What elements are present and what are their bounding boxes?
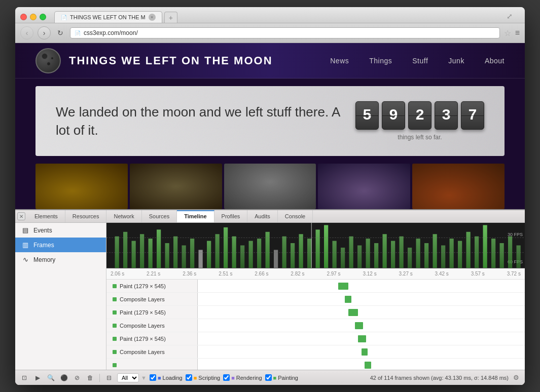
tick-11: 3.57 s xyxy=(471,271,485,277)
row-label-1: Paint (1279 × 545) xyxy=(106,280,198,292)
devtools-close-button[interactable]: ✕ xyxy=(17,212,25,220)
browser-tab[interactable]: 📄 THINGS WE LEFT ON THE M × xyxy=(54,11,162,23)
counter-digits: 5 9 2 3 7 xyxy=(355,101,484,130)
address-bar[interactable]: 📄 css3exp.com/moon/ xyxy=(70,27,500,38)
row-text-5: Paint (1279 × 545) xyxy=(120,336,166,342)
row-dot-1 xyxy=(113,284,117,288)
frames-icon: ▥ xyxy=(21,241,29,249)
forward-button[interactable]: › xyxy=(38,26,51,40)
svg-rect-33 xyxy=(383,234,387,268)
nav-link-things[interactable]: Things xyxy=(369,57,392,65)
minimize-button[interactable] xyxy=(30,14,37,20)
timeline-row-2: Composite Layers xyxy=(106,293,525,306)
thumbnail-1[interactable] xyxy=(35,164,128,209)
maximize-button[interactable] xyxy=(40,14,46,20)
svg-rect-21 xyxy=(282,237,286,268)
webpage-content: THINGS WE LEFT ON THE MOON News Things S… xyxy=(15,43,525,209)
row-text-3: Paint (1279 × 545) xyxy=(120,309,166,316)
settings-button[interactable]: ⚙ xyxy=(512,373,521,382)
delete-button[interactable]: 🗑 xyxy=(85,373,95,383)
filter-painting[interactable]: ■ Painting xyxy=(265,374,298,381)
tab-timeline[interactable]: Timeline xyxy=(177,210,214,222)
tab-bar: 📄 THINGS WE LEFT ON THE M × + xyxy=(54,11,495,23)
sidebar-events[interactable]: ▤ Events xyxy=(15,223,106,238)
nav-link-about[interactable]: About xyxy=(485,57,505,65)
row-label-4: Composite Layers xyxy=(106,319,198,332)
rendering-checkbox[interactable] xyxy=(223,374,230,381)
thumbnail-5[interactable] xyxy=(412,164,505,209)
painting-checkbox[interactable] xyxy=(265,374,272,381)
filter-loading[interactable]: ■ Loading xyxy=(150,374,183,381)
devtools-body: ▤ Events ▥ Frames ∿ Memory 30 FPS xyxy=(15,223,525,370)
tab-close-button[interactable]: × xyxy=(149,14,156,21)
row-text-4: Composite Layers xyxy=(120,323,165,329)
svg-rect-13 xyxy=(215,234,220,268)
row-data-4 xyxy=(198,319,525,332)
nav-link-stuff[interactable]: Stuff xyxy=(412,57,428,65)
record-button[interactable]: ⚫ xyxy=(59,373,69,383)
svg-rect-23 xyxy=(299,234,303,268)
fps-chart-svg xyxy=(106,223,525,268)
timeline-main: 30 FPS 60 FPS xyxy=(106,223,525,370)
tab-network[interactable]: Network xyxy=(106,210,141,222)
expand-button[interactable]: ⤢ xyxy=(499,12,520,22)
fps-chart-area: 30 FPS 60 FPS xyxy=(106,223,525,268)
url-text[interactable]: css3exp.com/moon/ xyxy=(84,29,495,36)
event-bar-5 xyxy=(358,335,366,342)
tick-2: 2.21 s xyxy=(147,271,160,277)
tab-resources[interactable]: Resources xyxy=(65,210,107,222)
stop-button[interactable]: ⊘ xyxy=(72,373,82,383)
row-dot-3 xyxy=(113,310,117,315)
back-button[interactable]: ‹ xyxy=(20,26,33,40)
filter-select[interactable]: All xyxy=(117,373,139,382)
nav-link-news[interactable]: News xyxy=(330,57,349,65)
timeline-row-5: Paint (1279 × 545) xyxy=(106,332,525,345)
svg-rect-35 xyxy=(400,237,404,268)
close-button[interactable] xyxy=(20,14,27,20)
filter-rendering[interactable]: ■ Rendering xyxy=(223,374,262,381)
svg-rect-40 xyxy=(441,246,445,268)
event-bar-6 xyxy=(362,348,368,356)
new-tab-button[interactable]: + xyxy=(164,12,177,23)
svg-rect-36 xyxy=(408,248,412,268)
svg-rect-42 xyxy=(458,241,462,268)
scripting-checkbox[interactable] xyxy=(186,374,192,381)
tab-console[interactable]: Console xyxy=(278,210,313,222)
svg-rect-4 xyxy=(140,234,144,268)
row-text-6: Composite Layers xyxy=(120,349,165,355)
site-navbar: THINGS WE LEFT ON THE MOON News Things S… xyxy=(15,43,525,79)
svg-rect-18 xyxy=(257,239,261,268)
menu-button[interactable]: ≡ xyxy=(515,28,520,37)
clear-button[interactable]: ▶ xyxy=(32,373,43,383)
row-dot-5 xyxy=(113,337,117,341)
tick-7: 2.97 s xyxy=(327,271,340,277)
loading-checkbox[interactable] xyxy=(150,374,156,381)
tick-12: 3.72 s xyxy=(507,271,521,277)
row-label-2: Composite Layers xyxy=(106,293,198,305)
digit-7: 7 xyxy=(461,101,484,130)
thumbnail-4[interactable] xyxy=(318,164,410,209)
row-label-7 xyxy=(106,359,198,370)
tab-elements[interactable]: Elements xyxy=(27,210,65,222)
filter-icon: ⊟ xyxy=(104,373,114,383)
frame-stats: 42 of 114 frames shown (avg: 43.130 ms, … xyxy=(370,375,509,381)
svg-rect-16 xyxy=(240,246,244,268)
tab-sources[interactable]: Sources xyxy=(142,210,177,222)
tab-audits[interactable]: Audits xyxy=(247,210,278,222)
thumbnail-3[interactable] xyxy=(224,164,316,209)
search-button[interactable]: 🔍 xyxy=(46,373,56,383)
sidebar-frames[interactable]: ▥ Frames xyxy=(15,238,106,252)
timeline-row-3: Paint (1279 × 545) xyxy=(106,306,525,319)
filter-scripting[interactable]: ■ Scripting xyxy=(186,374,220,381)
painting-dot: ■ xyxy=(273,375,277,381)
filter-dropdown[interactable]: All ▼ xyxy=(117,373,147,382)
digit-2: 2 xyxy=(408,101,431,130)
thumbnail-2[interactable] xyxy=(130,164,222,209)
record-frames-button[interactable]: ⊡ xyxy=(19,373,29,383)
bookmark-button[interactable]: ☆ xyxy=(504,28,511,38)
nav-link-junk[interactable]: Junk xyxy=(448,57,464,65)
loading-dot: ■ xyxy=(158,375,161,381)
reload-button[interactable]: ↻ xyxy=(55,27,66,38)
sidebar-memory[interactable]: ∿ Memory xyxy=(15,252,106,267)
tab-profiles[interactable]: Profiles xyxy=(214,210,248,222)
